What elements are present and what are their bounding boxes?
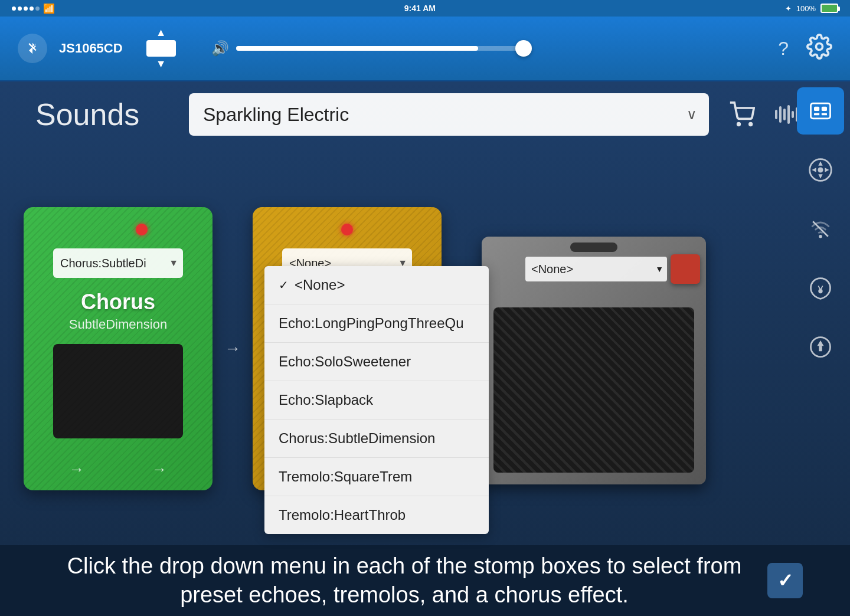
amp-power-button[interactable] <box>671 254 700 284</box>
status-left: 📶 <box>12 3 55 14</box>
svg-rect-7 <box>822 113 827 116</box>
yellow-pedal: <None> ▼ ✓ <None> Echo:LongPingPongThree… <box>253 207 442 490</box>
check-icon: ✓ <box>279 278 289 292</box>
amplifier: <None> ▼ <box>482 237 706 484</box>
svg-marker-12 <box>812 168 816 172</box>
main-content: Sounds Sparkling Electric ∨ <box>0 81 850 545</box>
dropdown-item-tremolo-ht[interactable]: Tremolo:HeartThrob <box>264 496 489 534</box>
dropdown-item-echo-solo-label: Echo:SoloSweetener <box>279 353 411 370</box>
green-pedal: Chorus:SubtleDi ▼ Chorus SubtleDimension… <box>24 207 212 490</box>
svg-point-9 <box>818 167 823 172</box>
svg-point-1 <box>738 123 740 126</box>
green-pedal-arrows: → → <box>24 460 212 479</box>
sounds-dropdown[interactable]: Sparkling Electric ∨ <box>189 93 709 136</box>
green-pedal-select-value: Chorus:SubtleDi <box>60 257 146 270</box>
dropdown-item-echo-slap-label: Echo:Slapback <box>279 392 373 408</box>
bluetooth-icon: ✦ <box>785 4 792 13</box>
green-pedal-arrow-left: → <box>69 460 84 479</box>
volume-thumb[interactable] <box>515 40 532 57</box>
dropdown-item-chorus-label: Chorus:SubtleDimension <box>279 430 435 447</box>
svg-marker-13 <box>825 168 829 172</box>
sidebar-pick-button[interactable] <box>797 264 844 312</box>
dropdown-item-echo-slap[interactable]: Echo:Slapback <box>264 381 489 420</box>
amp-controls: <None> ▼ <box>525 254 700 284</box>
signal-dots <box>12 6 40 11</box>
green-pedal-arrow-right: → <box>152 460 167 479</box>
checkmark-icon: ✓ <box>777 569 793 592</box>
cart-button[interactable] <box>721 93 763 136</box>
svg-rect-5 <box>822 107 827 111</box>
svg-rect-19 <box>819 346 822 351</box>
right-sidebar <box>791 81 850 545</box>
volume-icon: 🔊 <box>211 40 229 57</box>
amp-grille <box>493 307 694 473</box>
nav-arrows[interactable]: ▲ ▼ <box>146 27 176 70</box>
toolbar: JS1065CD ▲ ▼ 🔊 ? <box>0 17 850 81</box>
amp-handle <box>570 243 617 252</box>
amp-none-arrow: ▼ <box>655 264 663 274</box>
yellow-pedal-led <box>341 224 353 235</box>
volume-fill <box>236 46 478 51</box>
green-pedal-select[interactable]: Chorus:SubtleDi ▼ <box>53 248 183 278</box>
sidebar-upload-button[interactable] <box>797 323 844 371</box>
battery-percent: 100% <box>796 4 816 13</box>
dropdown-item-echo-long-label: Echo:LongPingPongThreeQu <box>279 315 464 332</box>
svg-rect-6 <box>814 113 819 116</box>
device-name: JS1065CD <box>59 41 123 56</box>
dropdown-item-tremolo-sq[interactable]: Tremolo:SquareTrem <box>264 458 489 496</box>
dropdown-item-none-label: <None> <box>295 277 345 293</box>
volume-section: 🔊 <box>211 40 755 57</box>
status-bar: 📶 9:41 AM ✦ 100% <box>0 0 850 17</box>
sounds-dropdown-arrow: ∨ <box>686 106 697 123</box>
svg-rect-3 <box>811 103 831 119</box>
battery-icon <box>820 4 838 13</box>
checkmark-box[interactable]: ✓ <box>767 563 803 598</box>
dropdown-item-tremolo-ht-label: Tremolo:HeartThrob <box>279 507 406 523</box>
green-pedal-knobs <box>53 344 183 438</box>
svg-point-2 <box>750 123 752 126</box>
sounds-label: Sounds <box>35 97 177 132</box>
amp-none-label: <None> <box>531 263 573 276</box>
status-time: 9:41 AM <box>404 4 436 13</box>
sounds-row: Sounds Sparkling Electric ∨ <box>35 93 815 136</box>
green-pedal-select-arrow: ▼ <box>169 258 178 268</box>
green-pedal-led <box>136 224 148 235</box>
sounds-dropdown-value: Sparkling Electric <box>203 104 349 126</box>
instruction-text: Click the drop down menu in each of the … <box>47 552 761 610</box>
svg-point-15 <box>819 235 822 238</box>
green-pedal-name: Chorus <box>81 290 155 314</box>
volume-slider[interactable] <box>236 46 531 51</box>
bluetooth-button[interactable] <box>18 34 47 63</box>
settings-button[interactable] <box>806 34 832 64</box>
svg-marker-10 <box>818 161 822 165</box>
sidebar-wireless-button[interactable] <box>797 205 844 253</box>
dropdown-item-none[interactable]: ✓ <None> <box>264 266 489 304</box>
svg-point-0 <box>816 43 823 50</box>
connector-1: → <box>224 339 241 358</box>
sidebar-pedalboard-button[interactable] <box>797 87 844 135</box>
svg-marker-11 <box>818 174 822 178</box>
help-button[interactable]: ? <box>778 38 789 60</box>
svg-marker-18 <box>818 340 824 346</box>
green-pedal-subname: SubtleDimension <box>69 317 167 332</box>
wifi-icon: 📶 <box>43 3 55 14</box>
dropdown-item-chorus[interactable]: Chorus:SubtleDimension <box>264 420 489 458</box>
amp-none-select[interactable]: <None> ▼ <box>525 257 667 281</box>
dropdown-item-echo-long[interactable]: Echo:LongPingPongThreeQu <box>264 304 489 343</box>
effect-dropdown-menu: ✓ <None> Echo:LongPingPongThreeQu Echo:S… <box>264 266 489 534</box>
svg-rect-4 <box>814 107 819 111</box>
instruction-bar: Click the drop down menu in each of the … <box>0 545 850 616</box>
status-right: ✦ 100% <box>785 4 838 13</box>
dropdown-item-tremolo-sq-label: Tremolo:SquareTrem <box>279 468 412 485</box>
dropdown-item-echo-solo[interactable]: Echo:SoloSweetener <box>264 343 489 381</box>
sidebar-dpad-button[interactable] <box>797 146 844 194</box>
pedal-board: Chorus:SubtleDi ▼ Chorus SubtleDimension… <box>0 152 791 545</box>
